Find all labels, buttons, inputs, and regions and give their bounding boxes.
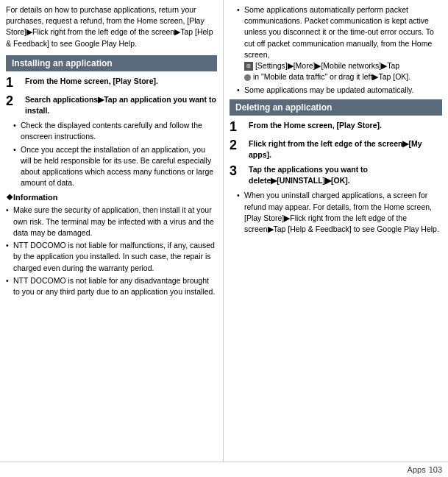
left-column: For details on how to purchase applicati… bbox=[0, 0, 224, 462]
step2-bullet-1: Check the displayed contents carefully a… bbox=[13, 120, 217, 142]
info-bullet-2: NTT DOCOMO is not liable for malfunction… bbox=[6, 240, 217, 274]
page-content: For details on how to purchase applicati… bbox=[0, 0, 448, 462]
del-step3-number: 3 bbox=[230, 164, 244, 179]
right-top-bullets: Some applications automatically perform … bbox=[237, 4, 442, 96]
info-section: ❖Information Make sure the security of a… bbox=[6, 193, 217, 297]
del-step2-number: 2 bbox=[230, 138, 244, 153]
right-column: Some applications automatically perform … bbox=[224, 0, 448, 462]
right-bullet-2: Some applications may be updated automat… bbox=[237, 85, 442, 96]
circle-icon bbox=[244, 74, 251, 81]
step1: 1 From the Home screen, [Play Store]. bbox=[6, 76, 217, 91]
step1-number: 1 bbox=[6, 76, 21, 91]
footer-page-number: 103 bbox=[429, 465, 442, 474]
del-step3-content: Tap the applications you want to delete▶… bbox=[249, 164, 442, 186]
info-bullet-3: NTT DOCOMO is not liable for any disadva… bbox=[6, 275, 217, 297]
info-bullet-1: Make sure the security of application, t… bbox=[6, 205, 217, 239]
del-step3-bullet: When you uninstall charged applications,… bbox=[237, 190, 442, 235]
step2-number: 2 bbox=[6, 94, 21, 109]
info-header: ❖Information bbox=[6, 193, 217, 202]
del-step2: 2 Flick right from the left edge of the … bbox=[230, 138, 442, 160]
step1-content: From the Home screen, [Play Store]. bbox=[25, 76, 158, 87]
del-step3: 3 Tap the applications you want to delet… bbox=[230, 164, 442, 186]
footer: Apps 103 bbox=[0, 462, 448, 477]
step2: 2 Search applications▶Tap an application… bbox=[6, 94, 217, 116]
section1-header: Installing an application bbox=[6, 55, 217, 71]
intro-text: For details on how to purchase applicati… bbox=[6, 4, 217, 49]
info-list: Make sure the security of application, t… bbox=[6, 205, 217, 297]
step2-bullets: Check the displayed contents carefully a… bbox=[13, 120, 217, 188]
step2-bullet-2: Once you accept the installation of an a… bbox=[13, 144, 217, 189]
section2-header: Deleting an application bbox=[230, 99, 442, 116]
step2-content: Search applications▶Tap an application y… bbox=[25, 94, 217, 116]
del-step1-number: 1 bbox=[230, 120, 244, 135]
del-step1: 1 From the Home screen, [Play Store]. bbox=[230, 120, 442, 135]
grid-icon: ⊞ bbox=[244, 62, 253, 71]
del-step1-content: From the Home screen, [Play Store]. bbox=[249, 120, 382, 131]
right-bullet-1: Some applications automatically perform … bbox=[237, 4, 442, 83]
del-step2-content: Flick right from the left edge of the sc… bbox=[249, 138, 442, 160]
footer-apps-label: Apps bbox=[408, 465, 426, 474]
del-step3-bullets: When you uninstall charged applications,… bbox=[237, 190, 442, 235]
